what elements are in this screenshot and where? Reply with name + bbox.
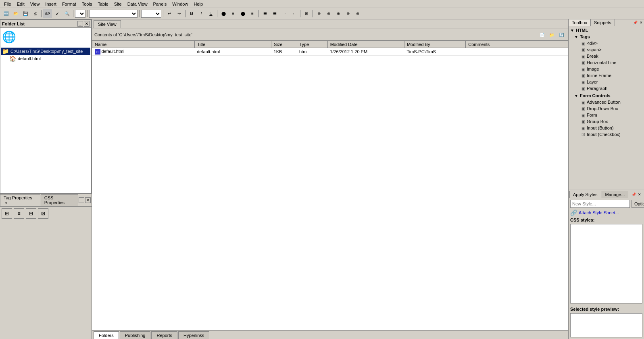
contents-new-folder[interactable]: 📁 xyxy=(547,30,556,39)
align-justify-button[interactable]: ≡ xyxy=(248,9,257,18)
new-button[interactable]: 🆕 xyxy=(2,9,10,18)
sp-button[interactable]: SP xyxy=(43,9,52,18)
col-size[interactable]: Size xyxy=(271,41,297,48)
menu-insert[interactable]: Insert xyxy=(43,1,59,7)
tree-item-hr[interactable]: ▣ Horizontal Line xyxy=(573,59,643,66)
tab-hyperlinks[interactable]: Hyperlinks xyxy=(178,331,209,339)
tree-item-input-button[interactable]: ▣ Input (Button) xyxy=(573,125,643,131)
tree-item-input-checkbox[interactable]: ☑ Input (Checkbox) xyxy=(573,131,643,138)
col-type[interactable]: Type xyxy=(297,41,327,48)
file-home-icon: 🏠 xyxy=(9,55,16,62)
numbering-button[interactable]: ☰ xyxy=(270,9,279,18)
tag-panel-close[interactable]: ✕ xyxy=(85,197,91,203)
attach-style-link[interactable]: 🔗 Attach Style Sheet... xyxy=(570,209,642,216)
open-button[interactable]: 📂 xyxy=(11,9,20,18)
contents-refresh[interactable]: 🔄 xyxy=(557,30,566,39)
tree-item-form[interactable]: ▣ Form xyxy=(573,112,643,118)
col-modified-by[interactable]: Modified By xyxy=(404,41,465,48)
tree-item-break[interactable]: ▣ Break xyxy=(573,53,643,59)
italic-button[interactable]: I xyxy=(197,9,206,18)
manage-tab[interactable]: Manage... xyxy=(602,191,629,198)
menu-view[interactable]: View xyxy=(28,1,42,7)
menu-help[interactable]: Help xyxy=(191,1,205,7)
align-left-button[interactable]: ⬤ xyxy=(219,9,228,18)
tag-properties-tab[interactable]: Tag Properties x xyxy=(0,194,40,206)
tag-props-close[interactable]: x xyxy=(5,201,7,205)
menu-site[interactable]: Site xyxy=(112,1,124,7)
menu-data-view[interactable]: Data View xyxy=(125,1,150,7)
tag-icon-3[interactable]: ⊟ xyxy=(26,208,36,219)
html-section-header[interactable]: ▼ HTML xyxy=(569,27,643,33)
tree-item-span[interactable]: ▣ <span> xyxy=(573,46,643,53)
col-comments[interactable]: Comments xyxy=(466,41,568,48)
menu-table[interactable]: Table xyxy=(95,1,110,7)
col-modified-date[interactable]: Modified Date xyxy=(327,41,404,48)
tree-item-layer[interactable]: ▣ Layer xyxy=(573,79,643,85)
toolbox-close[interactable]: ✕ xyxy=(638,20,644,25)
snippets-tab[interactable]: Snippets xyxy=(591,19,615,26)
tag-icon-4[interactable]: ⊠ xyxy=(38,208,48,219)
tree-item-iframe[interactable]: ▣ Inline Frame xyxy=(573,72,643,79)
outdent-button[interactable]: ← xyxy=(290,9,298,18)
apply-styles-pin[interactable]: 📌 xyxy=(631,192,636,197)
toolbar-separator-3 xyxy=(87,10,88,17)
tab-publishing[interactable]: Publishing xyxy=(120,331,151,339)
menu-tools[interactable]: Tools xyxy=(79,1,95,7)
menu-window[interactable]: Window xyxy=(170,1,190,7)
style-dropdown[interactable] xyxy=(75,10,85,18)
tag-panel-minimize[interactable]: _ xyxy=(79,197,84,203)
undo-button[interactable]: ↩ xyxy=(165,9,174,18)
more-btn-1[interactable]: ⊕ xyxy=(315,9,323,18)
bullets-button[interactable]: ☰ xyxy=(261,9,269,18)
menu-edit[interactable]: Edit xyxy=(15,1,27,7)
tree-item-image[interactable]: ▣ Image xyxy=(573,66,643,72)
save-button[interactable]: 💾 xyxy=(21,9,30,18)
tag-icon-2[interactable]: ≡ xyxy=(14,208,24,219)
apply-styles-close[interactable]: ✕ xyxy=(637,192,642,197)
more-btn-3[interactable]: ⊕ xyxy=(334,9,343,18)
folder-child-file[interactable]: 🏠 default.html xyxy=(1,55,90,62)
align-center-button[interactable]: ≡ xyxy=(229,9,238,18)
toolbar-btn-2[interactable]: ↙ xyxy=(53,9,62,18)
table-row[interactable]: Hdefault.html default.html 1KB html 1/26… xyxy=(92,48,568,56)
bold-button[interactable]: B xyxy=(187,9,196,18)
tree-item-div[interactable]: ▣ <div> xyxy=(573,40,643,46)
more-btn-4[interactable]: ⊕ xyxy=(344,9,352,18)
publish-button[interactable]: 🖨 xyxy=(31,9,40,18)
tree-item-dropdown[interactable]: ▣ Drop-Down Box xyxy=(573,105,643,112)
align-right-button[interactable]: ⬤ xyxy=(238,9,247,18)
tab-reports[interactable]: Reports xyxy=(151,331,177,339)
col-title[interactable]: Title xyxy=(194,41,271,48)
table-button[interactable]: ⊞ xyxy=(302,9,311,18)
more-btn-5[interactable]: ⊕ xyxy=(353,9,362,18)
toolbox-tab[interactable]: Toolbox xyxy=(569,19,591,26)
redo-button[interactable]: ↪ xyxy=(175,9,183,18)
tags-section-header[interactable]: ▼ Tags xyxy=(573,33,643,40)
menu-panels[interactable]: Panels xyxy=(151,1,169,7)
folder-root[interactable]: 📁 C:\Users\TimS\Desktop\my_test_site xyxy=(1,48,90,55)
form-controls-header[interactable]: ▼ Form Controls xyxy=(573,92,643,99)
toolbar-btn-3[interactable]: 🔍 xyxy=(63,9,71,18)
tag-icon-1[interactable]: ⊞ xyxy=(2,208,12,219)
site-view-tab[interactable]: Site View xyxy=(94,20,121,28)
indent-button[interactable]: → xyxy=(280,9,289,18)
css-properties-tab[interactable]: CSS Properties xyxy=(41,194,78,206)
tab-folders[interactable]: Folders xyxy=(94,331,119,339)
contents-new-file[interactable]: 📄 xyxy=(538,30,546,39)
folder-list-minimize[interactable]: _ xyxy=(77,21,83,27)
new-style-input[interactable] xyxy=(570,200,630,208)
size-dropdown[interactable] xyxy=(141,10,161,18)
tree-item-paragraph[interactable]: ▣ Paragraph xyxy=(573,85,643,92)
toolbox-pin[interactable]: 📌 xyxy=(632,20,638,25)
font-dropdown[interactable] xyxy=(89,10,138,18)
tree-item-group-box[interactable]: ▣ Group Box xyxy=(573,118,643,125)
menu-file[interactable]: File xyxy=(2,1,14,7)
more-btn-2[interactable]: ⊕ xyxy=(324,9,333,18)
apply-styles-tab[interactable]: Apply Styles xyxy=(569,191,601,198)
col-name[interactable]: Name xyxy=(92,41,195,48)
underline-button[interactable]: U xyxy=(206,9,215,18)
folder-list-close[interactable]: ✕ xyxy=(84,21,90,27)
menu-format[interactable]: Format xyxy=(60,1,79,7)
tree-item-adv-button[interactable]: ▣ Advanced Button xyxy=(573,99,643,105)
options-button[interactable]: Options ▼ xyxy=(631,200,644,208)
